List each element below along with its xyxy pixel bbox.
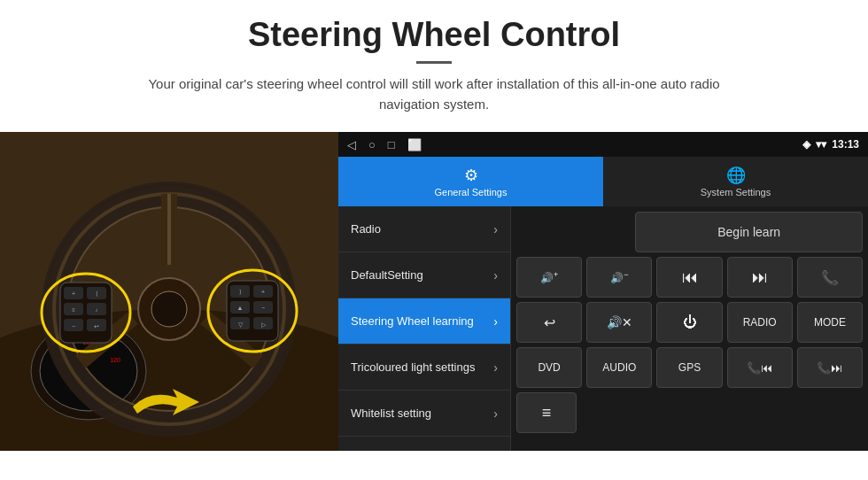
content-section: 180 120 60 — [0, 132, 868, 451]
status-bar: ◁ ○ □ ⬜ ◈ ▾▾ 13:13 — [338, 132, 868, 157]
menu-default-label: DefaultSetting — [351, 268, 423, 282]
vol-down-button[interactable]: 🔊− — [586, 257, 652, 298]
menu-item-radio[interactable]: Radio › — [338, 206, 510, 252]
dvd-button[interactable]: DVD — [516, 347, 582, 388]
controls-row-3: ↩ 🔊✕ ⏻ RADIO MODE — [516, 302, 863, 343]
title-divider — [416, 61, 452, 64]
tab-system-settings[interactable]: 🌐 System Settings — [603, 157, 868, 206]
general-settings-icon: ⚙ — [464, 166, 478, 185]
next-track-icon: ⏭ — [752, 268, 768, 287]
controls-row-2: 🔊+ 🔊− ⏮ ⏭ 📞 — [516, 257, 863, 298]
mute-icon: 🔊✕ — [607, 315, 632, 329]
phone-icon: 📞 — [821, 269, 839, 286]
mute-button[interactable]: 🔊✕ — [586, 302, 652, 343]
svg-text:+: + — [261, 289, 265, 295]
status-bar-right: ◈ ▾▾ 13:13 — [802, 138, 859, 151]
prev-track-button[interactable]: ⏮ — [656, 257, 722, 298]
gps-label: GPS — [678, 361, 701, 374]
signal-icon: ▾▾ — [816, 138, 826, 151]
controls-row-4: DVD AUDIO GPS 📞⏮ 📞⏭ — [516, 347, 863, 388]
menu-item-default[interactable]: DefaultSetting › — [338, 252, 510, 298]
phone-button[interactable]: 📞 — [797, 257, 863, 298]
svg-text:♪: ♪ — [96, 307, 98, 313]
menu-item-tricolour[interactable]: Tricoloured light settings › — [338, 345, 510, 391]
tab-general-label: General Settings — [435, 187, 508, 197]
empty-cell-1 — [516, 212, 631, 252]
menu-radio-label: Radio — [351, 222, 381, 236]
controls-row-1: Begin learn — [516, 212, 863, 252]
menu-item-steering[interactable]: Steering Wheel learning › — [338, 298, 510, 345]
menu-steering-label: Steering Wheel learning — [351, 314, 474, 328]
time-display: 13:13 — [832, 138, 859, 151]
recents-icon[interactable]: □ — [388, 138, 395, 151]
svg-text:≡: ≡ — [72, 307, 75, 313]
list-icon: ≡ — [542, 404, 552, 422]
svg-text:−: − — [261, 305, 265, 311]
svg-point-16 — [151, 291, 187, 327]
hang-up-button[interactable]: ↩ — [516, 302, 582, 343]
menu-radio-chevron: › — [493, 222, 498, 236]
power-icon: ⏻ — [683, 314, 697, 330]
home-icon[interactable]: ○ — [368, 138, 376, 151]
begin-learn-button[interactable]: Begin learn — [635, 212, 863, 252]
car-image: 180 120 60 — [0, 132, 338, 451]
left-menu: Radio › DefaultSetting › Steering Wheel … — [338, 206, 511, 451]
page-wrapper: Steering Wheel Control Your original car… — [0, 0, 868, 480]
main-content: Radio › DefaultSetting › Steering Wheel … — [338, 206, 868, 451]
svg-text:+: + — [72, 290, 75, 297]
system-settings-icon: 🌐 — [726, 166, 746, 185]
menu-tricolour-chevron: › — [493, 360, 498, 375]
subtitle-text: Your original car's steering wheel contr… — [124, 74, 744, 114]
svg-text:⟩: ⟩ — [239, 289, 242, 295]
status-bar-left: ◁ ○ □ ⬜ — [347, 138, 422, 151]
list-button[interactable]: ≡ — [516, 392, 577, 433]
menu-tricolour-label: Tricoloured light settings — [351, 360, 475, 374]
svg-text:−: − — [72, 323, 75, 329]
menu-whitelist-label: Whitelist setting — [351, 406, 431, 420]
tel-next-icon: 📞⏭ — [817, 361, 842, 375]
vol-down-icon: 🔊− — [610, 270, 628, 284]
menu-whitelist-chevron: › — [493, 406, 498, 421]
mode-label: MODE — [814, 316, 846, 329]
tel-prev-button[interactable]: 📞⏮ — [727, 347, 793, 388]
hang-up-icon: ↩ — [544, 314, 555, 331]
mode-button[interactable]: MODE — [797, 302, 863, 343]
back-icon[interactable]: ◁ — [347, 138, 356, 151]
svg-text:⟨: ⟨ — [96, 290, 98, 297]
menu-steering-chevron: › — [493, 314, 498, 329]
tel-prev-icon: 📞⏮ — [747, 361, 772, 375]
gps-button[interactable]: GPS — [656, 347, 722, 388]
power-button[interactable]: ⏻ — [656, 302, 722, 343]
svg-text:▲: ▲ — [237, 305, 244, 311]
right-controls: Begin learn 🔊+ 🔊− ⏮ — [511, 206, 868, 451]
controls-row-5: ≡ — [516, 392, 863, 433]
top-tabs: ⚙ General Settings 🌐 System Settings — [338, 157, 868, 206]
next-track-button[interactable]: ⏭ — [727, 257, 793, 298]
header-section: Steering Wheel Control Your original car… — [0, 0, 868, 125]
svg-text:120: 120 — [110, 357, 120, 363]
audio-button[interactable]: AUDIO — [586, 347, 652, 388]
tab-system-label: System Settings — [701, 187, 771, 197]
page-title: Steering Wheel Control — [35, 16, 833, 54]
svg-text:↩: ↩ — [94, 323, 99, 329]
android-panel: ◁ ○ □ ⬜ ◈ ▾▾ 13:13 ⚙ General Settings — [338, 132, 868, 451]
screenshot-icon[interactable]: ⬜ — [407, 138, 422, 151]
prev-track-icon: ⏮ — [682, 268, 698, 287]
location-icon: ◈ — [802, 138, 810, 151]
radio-button[interactable]: RADIO — [727, 302, 793, 343]
vol-up-button[interactable]: 🔊+ — [516, 257, 582, 298]
menu-item-whitelist[interactable]: Whitelist setting › — [338, 391, 510, 437]
radio-label: RADIO — [743, 316, 777, 329]
vol-up-icon: 🔊+ — [540, 270, 558, 284]
tel-next-button[interactable]: 📞⏭ — [797, 347, 863, 388]
audio-label: AUDIO — [602, 361, 636, 374]
dvd-label: DVD — [538, 361, 560, 374]
tab-general-settings[interactable]: ⚙ General Settings — [338, 157, 603, 206]
menu-default-chevron: › — [493, 268, 498, 283]
